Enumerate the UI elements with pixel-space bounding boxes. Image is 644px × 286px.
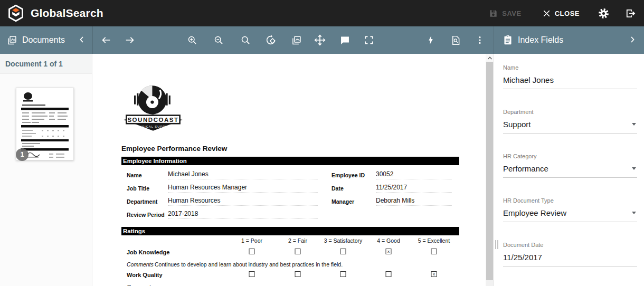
rating-scale-2: 2 = Fair [288,237,307,244]
save-button[interactable]: SAVE [489,9,521,18]
index-fields-icon [503,35,513,45]
index-field-document-date: Document Date11/25/2017 [494,242,644,286]
arrow-back-button[interactable] [99,33,113,47]
info-label-job-title: Job Title [127,185,168,192]
comments-work-quality: Comments [127,284,155,286]
zoom-out-button[interactable] [211,33,226,47]
rating-checkbox-work-quality-5: x [431,271,437,277]
field-label-hr-document-type: HR Document Type [503,197,637,204]
gear-icon [598,7,610,20]
info-label-employee-id: Employee ID [332,172,376,178]
dropdown-arrow-icon[interactable] [632,123,636,126]
pan-icon [314,34,326,46]
topbar: GlobalSearch SAVE CLOSE [0,0,644,26]
rating-scale-4: 4 = Good [377,237,400,244]
field-underline [503,89,637,89]
globalsearch-app: GlobalSearch SAVE CLOSE [0,0,644,286]
documents-pane-header: Documents [0,26,92,54]
index-field-hr-document-type: HR Document TypeEmployee Review [494,197,644,242]
content: Document 1 of 1 [0,54,644,286]
field-input-department[interactable]: Support [503,120,637,129]
globalsearch-logo-icon [7,4,25,22]
arrow-forward-button[interactable] [122,33,137,47]
index-fields-panel: NameMichael JonesDepartmentSupportHR Cat… [494,54,644,286]
field-value-text: Support [503,120,531,129]
index-fields-title: Index Fields [518,35,563,45]
rating-checkbox-work-quality-3 [340,271,346,277]
flash-button[interactable] [423,33,438,47]
ratings-section: 1 = Poor2 = Fair3 = Satisfactory4 = Good… [121,237,459,286]
field-label-department: Department [503,109,637,115]
comments-text: Continues to develop and learn about ind… [155,261,343,268]
rating-checkbox-work-quality-4 [386,271,392,277]
pages-button[interactable] [289,33,304,47]
info-value-date: 11/25/2017 [376,184,452,193]
search-button[interactable] [238,33,253,47]
rating-checkbox-job-knowledge-4: x [386,249,392,254]
viewer-toolbar [92,26,494,54]
viewer-scrollbar[interactable] [486,54,494,286]
rating-checkbox-job-knowledge-3 [340,249,346,254]
zoom-in-button[interactable] [185,33,200,47]
close-icon [543,9,551,17]
info-label-date: Date [332,185,376,192]
documents-icon [6,35,17,46]
field-underline [503,266,637,266]
arrow-back-icon [100,34,112,46]
scrollbar-thumb[interactable] [486,62,493,280]
page-thumbnail[interactable]: 1 [16,88,74,160]
topbar-actions: SAVE CLOSE [489,7,644,20]
field-input-hr-document-type[interactable]: Employee Review [503,208,637,217]
dropdown-arrow-icon[interactable] [632,167,636,170]
document-count: Document 1 of 1 [0,54,92,74]
field-input-hr-category[interactable]: Performance [503,164,637,173]
info-value-job-title: Human Resources Manager [168,184,318,193]
employee-info-right: Employee ID30052Date11/25/2017ManagerDeb… [332,168,457,208]
settings-button[interactable] [598,7,610,20]
expand-right-icon[interactable] [628,35,637,44]
field-value-text: Michael Jones [503,75,554,84]
rating-checkbox-job-knowledge-1 [249,249,255,254]
index-field-hr-category: HR CategoryPerformance [494,153,644,197]
field-underline [503,177,637,178]
comments-job-knowledge: CommentsContinues to develop and learn a… [127,261,343,268]
info-label-manager: Manager [332,198,376,205]
logout-icon [624,7,637,20]
rotate-button[interactable] [263,33,278,47]
dropdown-arrow-icon[interactable] [632,212,636,214]
rating-scale-5: 5 = Excellent [418,237,450,244]
brand: GlobalSearch [0,4,103,22]
rating-scale-1: 1 = Poor [241,237,262,244]
employee-information-heading: Employee Information [121,157,459,165]
pan-button[interactable] [312,33,327,47]
panel-resize-handle[interactable] [495,240,499,249]
close-button[interactable]: CLOSE [543,9,580,17]
toolbar-row: Documents [0,26,644,54]
page-number-badge: 1 [16,148,29,161]
save-icon [489,9,498,18]
field-input-document-date[interactable]: 11/25/2017 [503,253,637,262]
scroll-up-icon [487,56,493,60]
fullscreen-icon [364,35,374,45]
soundcoast-logo: SOUNDCOAST MUSICAL SUPPLY [121,83,185,133]
fullscreen-button[interactable] [362,33,376,47]
find-in-page-button[interactable] [448,33,463,47]
logo-text: SOUNDCOAST [127,117,178,123]
ratings-heading: Ratings [121,227,459,235]
comment-button[interactable] [337,33,352,47]
rating-checkbox-work-quality-1 [249,271,255,277]
collapse-left-icon[interactable] [78,35,86,44]
field-label-name: Name [503,64,637,71]
comments-label: Comments [127,261,155,268]
arrow-forward-icon [124,34,136,46]
scroll-up-button[interactable] [486,54,494,62]
employee-info-left: NameMichael JonesJob TitleHuman Resource… [127,168,323,221]
more-button[interactable] [472,33,487,47]
rating-row-work-quality: Work Quality [127,272,163,278]
info-label-name: Name [127,172,168,178]
find-in-page-icon [450,35,461,46]
logout-button[interactable] [624,7,637,20]
info-label-department: Department [127,198,168,205]
app-title: GlobalSearch [31,7,103,20]
field-input-name[interactable]: Michael Jones [503,75,637,84]
